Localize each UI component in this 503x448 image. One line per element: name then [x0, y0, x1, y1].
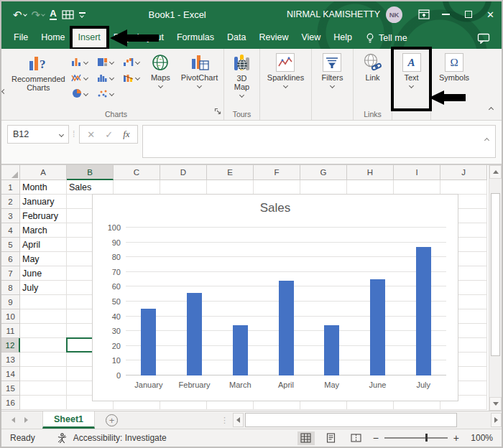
tab-home[interactable]: Home	[34, 27, 71, 49]
grid-cell-A2[interactable]: January	[20, 195, 67, 209]
grid-cell-A6[interactable]: May	[20, 252, 67, 266]
tab-formulas[interactable]: Formulas	[170, 27, 221, 49]
symbols-button[interactable]: Ω Symbols	[439, 53, 469, 82]
chart-bar-may[interactable]	[324, 325, 339, 375]
grid-cell-G1[interactable]	[300, 180, 347, 195]
row-header-6[interactable]: 6	[1, 252, 20, 266]
insert-line-chart-button[interactable]	[67, 70, 93, 85]
insert-pie-chart-button[interactable]	[67, 85, 93, 101]
scroll-right-button[interactable]	[491, 413, 502, 427]
tab-scrollbar-divider[interactable]: ⋮	[221, 416, 229, 425]
row-header-15[interactable]: 15	[1, 381, 20, 396]
font-color-button[interactable]: A	[50, 9, 56, 20]
row-header-3[interactable]: 3	[1, 209, 20, 223]
ribbon-display-options-button[interactable]	[412, 1, 435, 27]
row-header-9[interactable]: 9	[1, 295, 20, 309]
chart-bar-april[interactable]	[279, 281, 294, 375]
embedded-chart[interactable]: Sales 0102030405060708090100 JanuaryFebr…	[92, 194, 458, 401]
recommended-charts-button[interactable]: ? Recommended Charts	[10, 53, 67, 92]
tab-review[interactable]: Review	[252, 27, 295, 49]
tab-file[interactable]: File	[7, 27, 34, 49]
grid-cell-C1[interactable]	[114, 180, 160, 195]
minimize-button[interactable]	[435, 1, 457, 27]
zoom-slider-thumb[interactable]	[425, 434, 428, 442]
normal-view-button[interactable]	[297, 431, 315, 445]
insert-hierarchy-chart-button[interactable]	[93, 54, 119, 70]
row-header-1[interactable]: 1	[1, 180, 20, 195]
grid-cell-A1[interactable]: Month	[20, 180, 67, 195]
chart-bar-july[interactable]	[416, 247, 431, 375]
grid-cell-I1[interactable]	[394, 180, 440, 195]
row-header-5[interactable]: 5	[1, 238, 20, 252]
collapse-formula-bar-button[interactable]	[485, 132, 489, 145]
insert-scatter-chart-button[interactable]	[93, 85, 119, 101]
grid-cell-A8[interactable]: July	[20, 281, 67, 295]
horizontal-scrollbar-thumb[interactable]	[245, 413, 457, 427]
grid-cell-A13[interactable]	[20, 353, 67, 367]
column-header-F[interactable]: F	[254, 165, 300, 180]
borders-button[interactable]	[62, 10, 74, 19]
vertical-scrollbar-thumb[interactable]	[491, 193, 500, 356]
collapse-ribbon-button[interactable]	[489, 101, 493, 114]
sheet-tab-sheet1[interactable]: Sheet1	[42, 411, 95, 429]
customize-qat-button[interactable]	[79, 12, 86, 17]
vertical-scrollbar[interactable]	[489, 165, 502, 411]
chart-bar-january[interactable]	[141, 309, 156, 375]
insert-function-button[interactable]: fx	[123, 129, 129, 140]
column-header-A[interactable]: A	[20, 165, 67, 180]
grid-cell-A7[interactable]: June	[20, 266, 67, 281]
scroll-left-button[interactable]	[233, 413, 244, 427]
insert-combo-chart-button[interactable]	[119, 70, 144, 85]
tell-me-button[interactable]: Tell me	[366, 33, 407, 44]
grid-cell-A11[interactable]	[20, 324, 67, 338]
column-header-E[interactable]: E	[207, 165, 254, 180]
maps-button[interactable]: Maps	[144, 53, 177, 88]
ribbon-scroll-left-button[interactable]	[2, 83, 6, 96]
formula-input[interactable]	[142, 125, 496, 158]
scroll-up-button[interactable]	[489, 165, 502, 179]
select-all-button[interactable]	[1, 165, 20, 180]
name-box[interactable]: B12	[7, 125, 69, 144]
grid-cell-A14[interactable]	[20, 367, 67, 381]
chart-bar-june[interactable]	[370, 279, 385, 375]
enter-button[interactable]: ✓	[105, 129, 113, 140]
column-header-I[interactable]: I	[394, 165, 440, 180]
text-button[interactable]: A Text	[402, 53, 421, 88]
grid-cell-A5[interactable]: April	[20, 238, 67, 252]
grid-cell-A3[interactable]: February	[20, 209, 67, 223]
row-header-7[interactable]: 7	[1, 266, 20, 281]
insert-waterfall-chart-button[interactable]	[119, 54, 144, 70]
grid-cell-A4[interactable]: March	[20, 223, 67, 238]
avatar[interactable]: NK	[386, 6, 402, 23]
zoom-level[interactable]: 100%	[467, 433, 493, 443]
zoom-slider-track[interactable]	[384, 437, 448, 439]
grid-cell-A16[interactable]	[20, 396, 67, 410]
grid-cell-A9[interactable]	[20, 295, 67, 309]
column-header-H[interactable]: H	[347, 165, 394, 180]
insert-column-chart-button[interactable]	[67, 54, 93, 70]
undo-button[interactable]: ↶	[13, 9, 27, 20]
cancel-button[interactable]: ✕	[87, 129, 95, 140]
pivotchart-button[interactable]: PivotChart	[177, 53, 222, 88]
column-header-G[interactable]: G	[300, 165, 347, 180]
3d-map-button[interactable]: 3D Map	[226, 53, 258, 97]
account-area[interactable]: NIRMAL KAMISHETTY NK	[287, 6, 402, 23]
row-header-4[interactable]: 4	[1, 223, 20, 238]
close-button[interactable]: ✕	[479, 1, 502, 27]
tab-help[interactable]: Help	[327, 27, 359, 49]
row-header-10[interactable]: 10	[1, 309, 20, 324]
chart-bar-february[interactable]	[187, 293, 202, 375]
accessibility-status[interactable]: Accessibility: Investigate	[73, 433, 167, 443]
insert-statistic-chart-button[interactable]	[93, 70, 119, 85]
grid-cell-A10[interactable]	[20, 309, 67, 324]
row-header-12[interactable]: 12	[1, 338, 20, 353]
grid-cell-B1[interactable]: Sales	[67, 180, 114, 195]
horizontal-scrollbar[interactable]	[233, 411, 502, 429]
grid-cell-E1[interactable]	[207, 180, 254, 195]
redo-button[interactable]: ↷	[32, 9, 45, 20]
scroll-down-button[interactable]	[489, 397, 502, 411]
row-header-11[interactable]: 11	[1, 324, 20, 338]
comments-button[interactable]	[477, 33, 490, 44]
grid-cell-J1[interactable]	[440, 180, 487, 195]
grid-cell-F1[interactable]	[254, 180, 300, 195]
